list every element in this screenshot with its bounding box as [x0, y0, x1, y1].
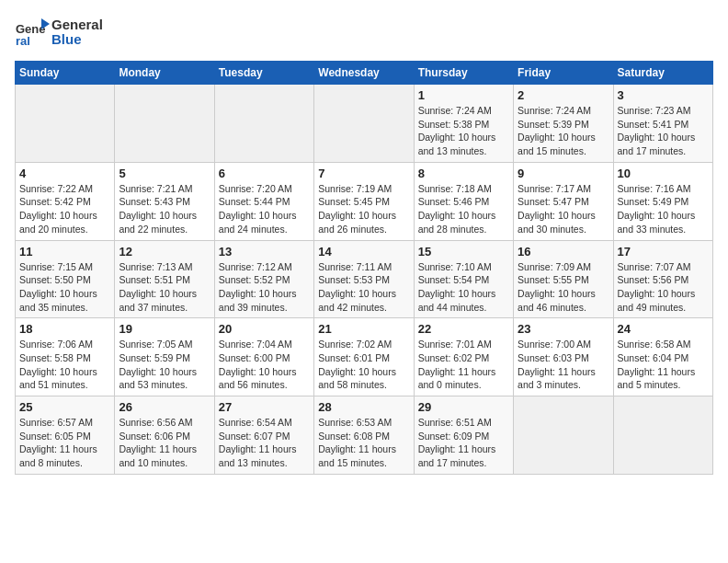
- day-number: 11: [19, 245, 110, 259]
- day-cell: 10Sunrise: 7:16 AM Sunset: 5:49 PM Dayli…: [613, 162, 712, 240]
- day-cell: [214, 85, 313, 163]
- day-info: Sunrise: 7:11 AM Sunset: 5:53 PM Dayligh…: [318, 260, 409, 315]
- day-cell: 18Sunrise: 7:06 AM Sunset: 5:58 PM Dayli…: [16, 318, 115, 396]
- day-cell: 26Sunrise: 6:56 AM Sunset: 6:06 PM Dayli…: [115, 396, 214, 475]
- day-number: 4: [19, 167, 110, 180]
- day-info: Sunrise: 7:21 AM Sunset: 5:43 PM Dayligh…: [119, 182, 210, 236]
- day-info: Sunrise: 6:58 AM Sunset: 6:04 PM Dayligh…: [618, 338, 709, 392]
- day-info: Sunrise: 7:23 AM Sunset: 5:41 PM Dayligh…: [618, 104, 709, 158]
- day-number: 26: [119, 400, 210, 414]
- day-info: Sunrise: 6:57 AM Sunset: 6:05 PM Dayligh…: [19, 416, 110, 470]
- day-cell: 6Sunrise: 7:20 AM Sunset: 5:44 PM Daylig…: [214, 162, 313, 240]
- day-number: 7: [318, 167, 409, 180]
- day-info: Sunrise: 7:20 AM Sunset: 5:44 PM Dayligh…: [219, 182, 310, 236]
- day-cell: [514, 396, 613, 475]
- week-row-3: 18Sunrise: 7:06 AM Sunset: 5:58 PM Dayli…: [16, 318, 713, 396]
- day-info: Sunrise: 7:02 AM Sunset: 6:01 PM Dayligh…: [318, 338, 409, 392]
- day-info: Sunrise: 7:09 AM Sunset: 5:55 PM Dayligh…: [518, 260, 609, 315]
- day-cell: 3Sunrise: 7:23 AM Sunset: 5:41 PM Daylig…: [613, 85, 712, 163]
- logo: Gene ral General Blue: [15, 15, 103, 50]
- day-info: Sunrise: 7:19 AM Sunset: 5:45 PM Dayligh…: [318, 182, 409, 236]
- day-info: Sunrise: 7:01 AM Sunset: 6:02 PM Dayligh…: [418, 338, 509, 392]
- logo-line2: Blue: [51, 32, 103, 48]
- day-number: 19: [119, 322, 210, 336]
- day-number: 17: [618, 245, 709, 259]
- day-number: 8: [418, 167, 509, 180]
- week-row-4: 25Sunrise: 6:57 AM Sunset: 6:05 PM Dayli…: [16, 396, 713, 475]
- day-info: Sunrise: 7:17 AM Sunset: 5:47 PM Dayligh…: [518, 182, 609, 236]
- day-info: Sunrise: 7:05 AM Sunset: 5:59 PM Dayligh…: [119, 338, 210, 392]
- day-number: 28: [318, 400, 409, 414]
- day-info: Sunrise: 7:15 AM Sunset: 5:50 PM Dayligh…: [19, 260, 110, 315]
- day-number: 6: [219, 167, 310, 180]
- day-cell: 4Sunrise: 7:22 AM Sunset: 5:42 PM Daylig…: [16, 162, 115, 240]
- column-header-monday: Monday: [115, 62, 214, 85]
- day-cell: 28Sunrise: 6:53 AM Sunset: 6:08 PM Dayli…: [314, 396, 414, 475]
- calendar-table: SundayMondayTuesdayWednesdayThursdayFrid…: [15, 61, 713, 475]
- day-info: Sunrise: 7:13 AM Sunset: 5:51 PM Dayligh…: [119, 260, 210, 315]
- day-cell: 8Sunrise: 7:18 AM Sunset: 5:46 PM Daylig…: [414, 162, 513, 240]
- day-info: Sunrise: 7:24 AM Sunset: 5:38 PM Dayligh…: [418, 104, 509, 158]
- day-number: 15: [418, 245, 509, 259]
- day-number: 1: [418, 88, 509, 102]
- day-info: Sunrise: 7:04 AM Sunset: 6:00 PM Dayligh…: [219, 338, 310, 392]
- column-header-tuesday: Tuesday: [214, 62, 313, 85]
- day-number: 29: [418, 400, 509, 414]
- day-number: 14: [318, 245, 409, 259]
- day-info: Sunrise: 6:54 AM Sunset: 6:07 PM Dayligh…: [219, 416, 310, 470]
- day-cell: 29Sunrise: 6:51 AM Sunset: 6:09 PM Dayli…: [414, 396, 513, 475]
- day-number: 9: [518, 167, 609, 180]
- day-info: Sunrise: 7:12 AM Sunset: 5:52 PM Dayligh…: [219, 260, 310, 315]
- column-header-sunday: Sunday: [16, 62, 115, 85]
- calendar-header: SundayMondayTuesdayWednesdayThursdayFrid…: [16, 62, 713, 85]
- day-cell: 12Sunrise: 7:13 AM Sunset: 5:51 PM Dayli…: [115, 240, 214, 318]
- day-number: 18: [19, 322, 110, 336]
- day-number: 3: [618, 88, 709, 102]
- day-number: 27: [219, 400, 310, 414]
- day-number: 10: [618, 167, 709, 180]
- day-info: Sunrise: 7:22 AM Sunset: 5:42 PM Dayligh…: [19, 182, 110, 236]
- week-row-2: 11Sunrise: 7:15 AM Sunset: 5:50 PM Dayli…: [16, 240, 713, 318]
- column-header-thursday: Thursday: [414, 62, 513, 85]
- day-cell: 2Sunrise: 7:24 AM Sunset: 5:39 PM Daylig…: [514, 85, 613, 163]
- week-row-0: 1Sunrise: 7:24 AM Sunset: 5:38 PM Daylig…: [16, 85, 713, 163]
- day-cell: 13Sunrise: 7:12 AM Sunset: 5:52 PM Dayli…: [214, 240, 313, 318]
- day-number: 16: [518, 245, 609, 259]
- day-number: 5: [119, 167, 210, 180]
- svg-text:ral: ral: [16, 34, 30, 48]
- day-cell: 14Sunrise: 7:11 AM Sunset: 5:53 PM Dayli…: [314, 240, 414, 318]
- day-info: Sunrise: 7:07 AM Sunset: 5:56 PM Dayligh…: [618, 260, 709, 315]
- column-header-friday: Friday: [514, 62, 613, 85]
- day-cell: [314, 85, 414, 163]
- week-row-1: 4Sunrise: 7:22 AM Sunset: 5:42 PM Daylig…: [16, 162, 713, 240]
- day-cell: 21Sunrise: 7:02 AM Sunset: 6:01 PM Dayli…: [314, 318, 414, 396]
- page-header: Gene ral General Blue: [15, 15, 713, 50]
- day-cell: 22Sunrise: 7:01 AM Sunset: 6:02 PM Dayli…: [414, 318, 513, 396]
- day-cell: 16Sunrise: 7:09 AM Sunset: 5:55 PM Dayli…: [514, 240, 613, 318]
- day-number: 2: [518, 88, 609, 102]
- day-cell: 1Sunrise: 7:24 AM Sunset: 5:38 PM Daylig…: [414, 85, 513, 163]
- day-number: 13: [219, 245, 310, 259]
- day-info: Sunrise: 6:56 AM Sunset: 6:06 PM Dayligh…: [119, 416, 210, 470]
- day-number: 22: [418, 322, 509, 336]
- calendar-body: 1Sunrise: 7:24 AM Sunset: 5:38 PM Daylig…: [16, 85, 713, 475]
- day-number: 21: [318, 322, 409, 336]
- day-info: Sunrise: 7:06 AM Sunset: 5:58 PM Dayligh…: [19, 338, 110, 392]
- day-cell: 9Sunrise: 7:17 AM Sunset: 5:47 PM Daylig…: [514, 162, 613, 240]
- day-info: Sunrise: 7:00 AM Sunset: 6:03 PM Dayligh…: [518, 338, 609, 392]
- day-cell: 23Sunrise: 7:00 AM Sunset: 6:03 PM Dayli…: [514, 318, 613, 396]
- day-info: Sunrise: 7:10 AM Sunset: 5:54 PM Dayligh…: [418, 260, 509, 315]
- day-number: 12: [119, 245, 210, 259]
- day-info: Sunrise: 7:18 AM Sunset: 5:46 PM Dayligh…: [418, 182, 509, 236]
- logo-bird-icon: Gene ral: [15, 15, 50, 50]
- day-number: 24: [618, 322, 709, 336]
- day-cell: 5Sunrise: 7:21 AM Sunset: 5:43 PM Daylig…: [115, 162, 214, 240]
- day-cell: 20Sunrise: 7:04 AM Sunset: 6:00 PM Dayli…: [214, 318, 313, 396]
- day-number: 20: [219, 322, 310, 336]
- day-info: Sunrise: 7:24 AM Sunset: 5:39 PM Dayligh…: [518, 104, 609, 158]
- day-number: 23: [518, 322, 609, 336]
- day-cell: 24Sunrise: 6:58 AM Sunset: 6:04 PM Dayli…: [613, 318, 712, 396]
- column-header-saturday: Saturday: [613, 62, 712, 85]
- day-cell: 7Sunrise: 7:19 AM Sunset: 5:45 PM Daylig…: [314, 162, 414, 240]
- day-cell: 15Sunrise: 7:10 AM Sunset: 5:54 PM Dayli…: [414, 240, 513, 318]
